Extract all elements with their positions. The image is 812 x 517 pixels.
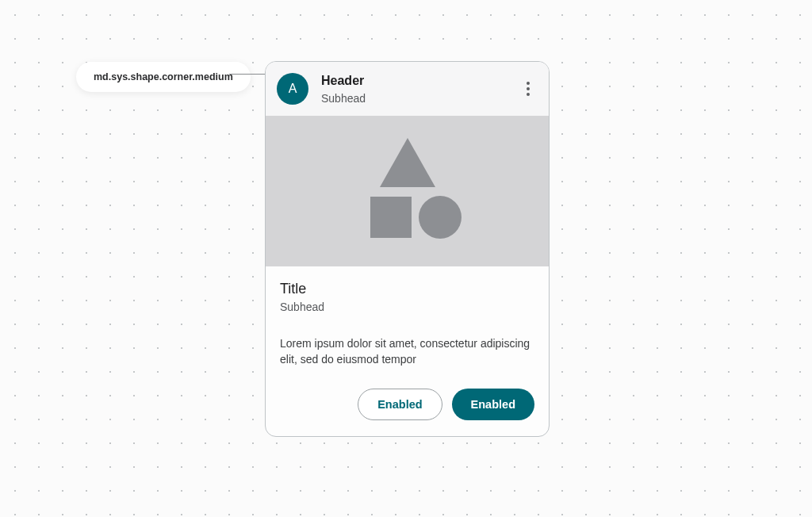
card-supporting-text: Lorem ipsum dolor sit amet, consectetur … [280, 335, 534, 368]
card-media-placeholder [266, 116, 549, 266]
design-token-label: md.sys.shape.corner.medium [76, 62, 251, 92]
card-header-text: Header Subhead [321, 73, 519, 104]
card-body-title: Title [280, 281, 534, 297]
card-actions: Enabled Enabled [266, 384, 549, 436]
svg-rect-1 [370, 197, 412, 238]
material-card: A Header Subhead Title Subhead Lorem ips… [265, 61, 550, 437]
avatar: A [277, 73, 308, 105]
card-body-subhead: Subhead [280, 301, 534, 313]
card-header: A Header Subhead [266, 62, 549, 116]
more-vert-icon[interactable] [519, 79, 538, 98]
card-header-subhead: Subhead [321, 92, 519, 105]
shapes-placeholder-icon [340, 132, 475, 251]
svg-point-2 [419, 196, 462, 239]
card-body: Title Subhead Lorem ipsum dolor sit amet… [266, 266, 549, 384]
filled-button[interactable]: Enabled [452, 389, 534, 420]
outlined-button[interactable]: Enabled [358, 389, 442, 420]
leader-line [229, 74, 266, 75]
svg-marker-0 [380, 138, 435, 187]
card-header-title: Header [321, 73, 519, 88]
